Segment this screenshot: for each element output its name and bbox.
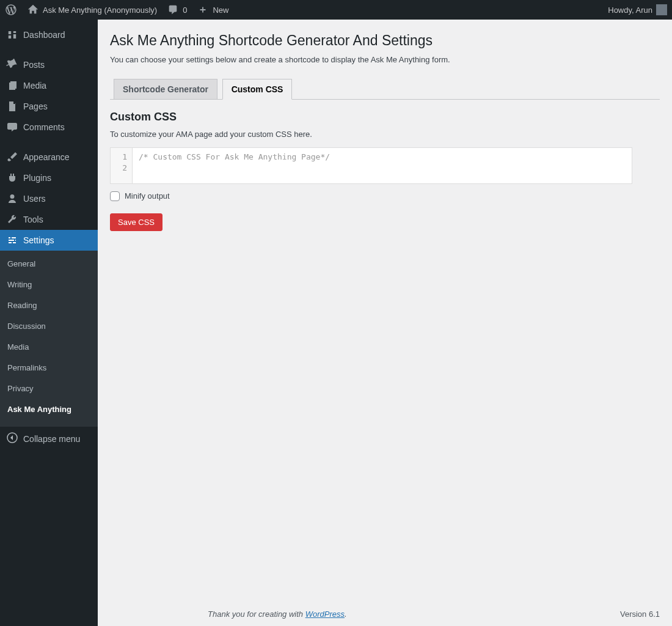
site-name: Ask Me Anything (Anonymously) <box>43 6 157 15</box>
sidebar-item-label: Posts <box>23 60 45 70</box>
submenu-ama[interactable]: Ask Me Anything <box>0 401 98 422</box>
collapse-label: Collapse menu <box>23 434 80 444</box>
editor-gutter: 1 2 <box>111 148 133 183</box>
comments-count: 0 <box>183 6 187 15</box>
sidebar-item-plugins[interactable]: Plugins <box>0 168 98 188</box>
site-name-link[interactable]: Ask Me Anything (Anonymously) <box>22 0 162 20</box>
minify-checkbox[interactable] <box>110 191 120 201</box>
tab-custom-css[interactable]: Custom CSS <box>222 79 293 100</box>
submenu-media[interactable]: Media <box>0 339 98 359</box>
submenu-general[interactable]: General <box>0 256 98 276</box>
content-area: Ask Me Anything Shortcode Generator And … <box>98 20 672 626</box>
footer-wp-link[interactable]: WordPress <box>305 609 345 619</box>
collapse-menu[interactable]: Collapse menu <box>0 427 98 451</box>
page-title: Ask Me Anything Shortcode Generator And … <box>110 32 660 50</box>
tabs: Shortcode Generator Custom CSS <box>110 76 660 100</box>
plus-icon <box>197 4 209 16</box>
wp-logo[interactable] <box>0 0 22 20</box>
submenu-permalinks[interactable]: Permalinks <box>0 359 98 380</box>
minify-label[interactable]: Minify output <box>125 191 170 201</box>
submenu-writing[interactable]: Writing <box>0 276 98 297</box>
dashboard-icon <box>6 29 18 41</box>
media-icon <box>6 79 18 92</box>
footer-version: Version 6.1 <box>620 609 660 619</box>
save-css-button[interactable]: Save CSS <box>110 213 163 231</box>
sidebar-item-comments[interactable]: Comments <box>0 117 98 138</box>
my-account-link[interactable]: Howdy, Arun <box>603 0 672 20</box>
sidebar-item-label: Media <box>23 81 46 90</box>
footer-thankyou: Thank you for creating with <box>208 609 305 619</box>
new-label: New <box>213 6 228 15</box>
submenu-discussion[interactable]: Discussion <box>0 318 98 339</box>
page-description: You can choose your settings below and c… <box>110 55 660 64</box>
css-editor[interactable]: 1 2 /* Custom CSS For Ask Me Anything Pa… <box>110 147 632 184</box>
wordpress-icon <box>5 4 17 16</box>
editor-content[interactable]: /* Custom CSS For Ask Me Anything Page*/ <box>133 148 632 183</box>
new-content-link[interactable]: New <box>192 0 233 20</box>
sidebar-item-label: Users <box>23 194 46 204</box>
sidebar-item-settings[interactable]: Settings <box>0 230 98 251</box>
sidebar-item-label: Settings <box>23 235 54 245</box>
adminbar: Ask Me Anything (Anonymously) 0 New Howd… <box>0 0 672 20</box>
settings-submenu: General Writing Reading Discussion Media… <box>0 251 98 427</box>
avatar <box>656 4 667 15</box>
sidebar-item-pages[interactable]: Pages <box>0 96 98 117</box>
line-number: 2 <box>115 163 127 174</box>
sidebar-item-media[interactable]: Media <box>0 75 98 96</box>
submenu-reading[interactable]: Reading <box>0 297 98 318</box>
sliders-icon <box>6 234 18 246</box>
section-heading: Custom CSS <box>110 111 660 123</box>
howdy-text: Howdy, Arun <box>608 6 652 15</box>
submenu-privacy[interactable]: Privacy <box>0 380 98 401</box>
sidebar-item-tools[interactable]: Tools <box>0 209 98 230</box>
sidebar-item-appearance[interactable]: Appearance <box>0 147 98 168</box>
sidebar-item-label: Dashboard <box>23 30 65 40</box>
sidebar-item-label: Pages <box>23 101 48 111</box>
sidebar-item-posts[interactable]: Posts <box>0 54 98 75</box>
admin-sidebar: Dashboard Posts Media Pages Comments App… <box>0 20 98 626</box>
footer: Thank you for creating with WordPress. V… <box>208 609 660 619</box>
collapse-icon <box>6 432 18 446</box>
wrench-icon <box>6 213 18 226</box>
pin-icon <box>6 59 18 71</box>
tab-shortcode-generator[interactable]: Shortcode Generator <box>114 79 217 99</box>
comments-link[interactable]: 0 <box>162 0 192 20</box>
comment-icon <box>6 121 18 133</box>
sidebar-item-label: Tools <box>23 215 43 224</box>
section-description: To customize your AMA page add your cust… <box>110 130 660 139</box>
sidebar-item-users[interactable]: Users <box>0 188 98 209</box>
home-icon <box>27 4 39 16</box>
line-number: 1 <box>115 152 127 163</box>
brush-icon <box>6 151 18 163</box>
comment-icon <box>167 4 179 16</box>
sidebar-item-label: Plugins <box>23 173 51 183</box>
sidebar-item-label: Comments <box>23 122 65 132</box>
plugin-icon <box>6 172 18 184</box>
sidebar-item-label: Appearance <box>23 152 70 162</box>
user-icon <box>6 193 18 205</box>
sidebar-item-dashboard[interactable]: Dashboard <box>0 24 98 45</box>
page-icon <box>6 100 18 112</box>
